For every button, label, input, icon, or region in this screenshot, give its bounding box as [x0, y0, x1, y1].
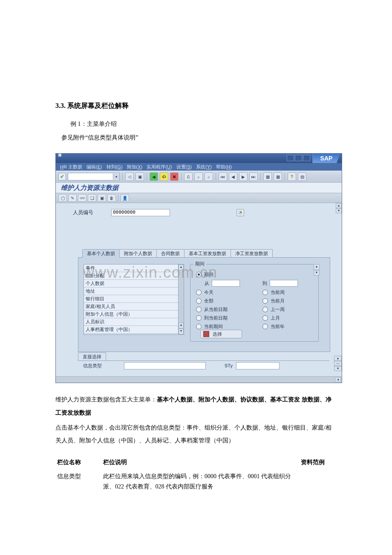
radio-current-week-label: 当前周: [271, 289, 285, 296]
menu-edit[interactable]: 编辑(E): [86, 164, 102, 170]
prev-page-button[interactable]: ◀: [229, 172, 237, 181]
infotype-input[interactable]: [124, 362, 206, 369]
overview-button[interactable]: 👤: [121, 194, 129, 202]
save-button[interactable]: ▣: [135, 172, 144, 181]
command-field[interactable]: ▾: [68, 173, 120, 180]
new-session-button[interactable]: ▦: [263, 172, 272, 181]
list-item-org-assignment[interactable]: 组织分配: [84, 272, 184, 280]
layout-button[interactable]: ▤: [298, 172, 306, 181]
radio-today-label: 今天: [204, 289, 213, 296]
para-see-attachment: 参见附件“信息类型具体说明”: [55, 132, 337, 144]
select-icon: [203, 331, 209, 337]
menu-utilities[interactable]: 实用程序(U): [147, 164, 172, 170]
delete-button[interactable]: 🗑: [107, 194, 116, 202]
period-scrollbar[interactable]: ▴ ▾: [314, 264, 320, 276]
command-field-dropdown-icon[interactable]: ▾: [113, 174, 119, 180]
create-button[interactable]: ▢: [58, 194, 67, 202]
tab-additional-personal-data[interactable]: 附加个人数据: [119, 249, 157, 258]
find-next-button[interactable]: ⌕: [205, 172, 213, 181]
outer-scrollbar[interactable]: ▴ ▾: [336, 203, 342, 376]
menu-help[interactable]: 帮助(H): [216, 164, 232, 170]
display-button[interactable]: 👓: [78, 194, 86, 202]
radio-today[interactable]: [196, 290, 202, 295]
screen-title: 维护人力资源主数据: [61, 184, 118, 192]
scroll-up-icon[interactable]: ▴: [314, 264, 320, 270]
sty-input[interactable]: [236, 362, 280, 369]
tab-net-pay-data[interactable]: 净工资发放数据: [231, 249, 273, 258]
to-date-input[interactable]: [270, 280, 298, 287]
find-button[interactable]: ⌕: [194, 172, 203, 181]
change-button[interactable]: ✎: [68, 194, 77, 202]
shortcut-button[interactable]: ▦: [274, 172, 282, 181]
back-button[interactable]: ◁: [125, 172, 134, 181]
employee-number-input[interactable]: 00000000: [111, 209, 170, 216]
list-scrollbar[interactable]: ▴ ▴ ▾: [178, 264, 184, 335]
radio-current-week[interactable]: [262, 290, 268, 295]
scroll-down-icon[interactable]: ▾: [336, 208, 342, 213]
direct-selection-row: 信息类型 STy: [78, 360, 329, 370]
th-field-example: 资料范例: [299, 456, 337, 469]
list-item-additional-personal-cn[interactable]: 附加个人信息（中国）: [84, 311, 184, 318]
copy-button[interactable]: ❏: [88, 194, 96, 202]
scroll-up-icon[interactable]: ▴: [336, 203, 342, 208]
list-item-bank-details[interactable]: 银行细目: [84, 295, 184, 303]
radio-current-period[interactable]: [196, 324, 202, 329]
next-page-button[interactable]: ▶: [239, 172, 248, 181]
window-close-button[interactable]: [303, 155, 310, 161]
radio-last-week[interactable]: [262, 307, 268, 312]
menu-extras[interactable]: 附加(X): [127, 164, 143, 170]
back-green-button[interactable]: ◀: [150, 172, 158, 181]
enter-button[interactable]: ✔: [58, 173, 66, 180]
from-date-input[interactable]: [212, 280, 240, 287]
list-item-personal-data[interactable]: 个人数据: [84, 280, 184, 288]
delimit-button[interactable]: ▣: [98, 194, 106, 202]
window-maximize-button[interactable]: [295, 155, 302, 161]
first-page-button[interactable]: ⏮: [219, 172, 227, 181]
scroll-down-icon[interactable]: ▾: [334, 366, 342, 371]
help-button[interactable]: ?: [288, 172, 296, 181]
list-item-personnel-id[interactable]: 人员标识: [84, 318, 184, 326]
scroll-down-icon[interactable]: ▾: [314, 270, 320, 276]
radio-current-year-label: 当前年: [271, 323, 285, 330]
tab-contract-data[interactable]: 合同数据: [156, 249, 184, 258]
employee-search-help-button[interactable]: ◔: [236, 209, 244, 216]
scroll-mid-icon[interactable]: —: [334, 361, 342, 366]
radio-last-month[interactable]: [262, 315, 268, 321]
scroll-up-icon[interactable]: ▴: [179, 323, 184, 328]
radio-period-label: 期间: [204, 271, 213, 278]
scroll-left-icon[interactable]: ◂: [335, 377, 341, 382]
scroll-up-icon[interactable]: ▴: [179, 264, 184, 270]
cancel-button[interactable]: ✖: [170, 172, 179, 181]
menu-settings[interactable]: 设置(S): [176, 164, 192, 170]
toolbar-separator: [181, 173, 182, 180]
last-page-button[interactable]: ⏭: [249, 172, 258, 181]
tab-basic-personal-data[interactable]: 基本个人数据: [82, 249, 120, 258]
menu-system[interactable]: 系统(Y): [196, 164, 212, 170]
window-minimize-button[interactable]: [287, 155, 294, 161]
tab-basic-pay-data[interactable]: 基本工资发放数据: [184, 249, 231, 258]
radio-period[interactable]: [196, 272, 202, 277]
list-item-address[interactable]: 地址: [84, 288, 184, 295]
exit-button[interactable]: ⮉: [160, 172, 168, 181]
screen-title-bar: 维护人力资源主数据: [56, 183, 342, 193]
td-field-desc: 此栏位用来填入信息类型的编码，例：0000 代表事件、0001 代表组织分派、0…: [101, 469, 299, 494]
scroll-up-icon[interactable]: ▴: [334, 356, 342, 361]
tab-direct-selection[interactable]: 直接选择: [78, 352, 106, 361]
menu-hr-master[interactable]: HR 主数据: [60, 164, 82, 170]
list-item-personnel-file-cn[interactable]: 人事档案管理（中国）: [84, 326, 184, 334]
td-field-name: 信息类型: [55, 469, 101, 494]
infotype-list: 事件 组织分配 个人数据 地址 银行细目 家庭/相关人员 附加个人信息（中国） …: [84, 264, 184, 335]
radio-all[interactable]: [196, 298, 202, 304]
to-label: 到: [262, 280, 267, 287]
period-select-button[interactable]: 选择: [200, 330, 242, 338]
scroll-down-icon[interactable]: ▾: [179, 328, 184, 334]
radio-to-current-date[interactable]: [196, 315, 202, 321]
list-item-event[interactable]: 事件: [84, 264, 184, 272]
list-item-family-related[interactable]: 家庭/相关人员: [84, 303, 184, 311]
print-button[interactable]: ⎙: [184, 172, 193, 181]
radio-from-current-date[interactable]: [196, 307, 202, 312]
radio-current-month[interactable]: [262, 298, 268, 304]
menu-goto[interactable]: 转到(G): [107, 164, 123, 170]
radio-current-year[interactable]: [262, 324, 268, 329]
employee-number-label: 人员编号: [73, 209, 93, 216]
